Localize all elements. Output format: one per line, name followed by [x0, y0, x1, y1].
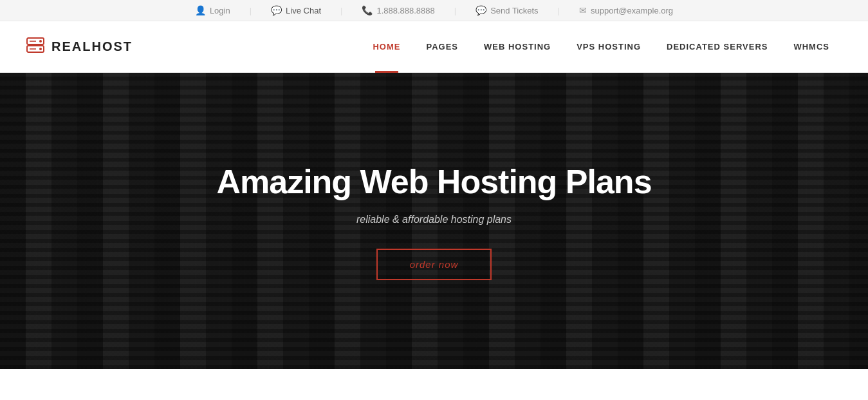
phone-label: 1.888.888.8888	[376, 6, 434, 15]
main-nav: HOME PAGES WEB HOSTING VPS HOSTING DEDIC…	[360, 21, 842, 73]
divider-3: |	[454, 6, 456, 15]
email-label: support@example.org	[591, 6, 673, 15]
phone-link[interactable]: 📞 1.888.888.8888	[362, 5, 434, 15]
svg-point-3	[39, 48, 42, 50]
email-link[interactable]: ✉ support@example.org	[579, 5, 673, 15]
logo-icon	[26, 37, 45, 57]
order-now-button[interactable]: order now	[376, 249, 492, 280]
top-bar: 👤 Login | 💬 Live Chat | 📞 1.888.888.8888…	[0, 0, 868, 21]
hero-title: Amazing Web Hosting Plans	[216, 162, 651, 201]
chat-icon: 💬	[271, 5, 282, 15]
phone-icon: 📞	[362, 5, 373, 15]
nav-web-hosting[interactable]: WEB HOSTING	[471, 21, 564, 73]
nav-vps-hosting[interactable]: VPS HOSTING	[564, 21, 654, 73]
nav-dedicated-servers[interactable]: DEDICATED SERVERS	[654, 21, 780, 73]
login-label: Login	[210, 6, 230, 15]
hero-content: Amazing Web Hosting Plans reliable & aff…	[203, 162, 664, 280]
login-link[interactable]: 👤 Login	[195, 5, 230, 15]
ticket-icon: 💬	[476, 5, 486, 15]
tickets-label: Send Tickets	[490, 6, 538, 15]
live-chat-label: Live Chat	[286, 6, 321, 15]
divider-1: |	[250, 6, 252, 15]
nav-whmcs[interactable]: WHMCS	[780, 21, 842, 73]
logo-text: REALHOST	[51, 39, 133, 54]
svg-point-2	[39, 40, 42, 43]
divider-2: |	[340, 6, 342, 15]
logo[interactable]: REALHOST	[26, 37, 133, 57]
hero-subtitle: reliable & affordable hosting plans	[216, 214, 651, 225]
login-icon: 👤	[195, 5, 206, 15]
nav-home[interactable]: HOME	[360, 21, 413, 73]
live-chat-link[interactable]: 💬 Live Chat	[271, 5, 321, 15]
site-header: REALHOST HOME PAGES WEB HOSTING VPS HOST…	[0, 21, 868, 73]
divider-4: |	[558, 6, 560, 15]
hero-section: Amazing Web Hosting Plans reliable & aff…	[0, 73, 868, 369]
email-icon: ✉	[579, 5, 587, 15]
tickets-link[interactable]: 💬 Send Tickets	[476, 5, 538, 15]
nav-pages[interactable]: PAGES	[413, 21, 471, 73]
